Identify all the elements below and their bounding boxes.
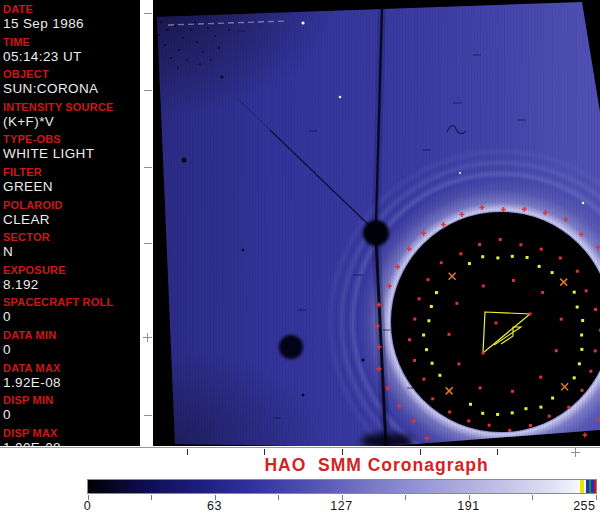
colorbar-label: 255 [560,499,596,512]
dust-spot [279,335,303,359]
fiducial-dot [538,265,541,268]
metadata-label: SPACECRAFT ROLL [3,296,140,308]
metadata-entry: DISP MIN 0 [0,394,140,427]
metadata-label: OBJECT [3,68,140,80]
metadata-label: EXPOSURE [3,264,140,276]
fiducial-plus-dot [522,207,527,212]
fiducial-dot [422,378,425,381]
noise-speck [194,21,196,23]
metadata-value: CLEAR [3,211,140,228]
noise-speck [202,51,204,53]
fiducial-dot [581,319,584,322]
fiducial-plus-dot [424,436,429,441]
image-title: HAO SMM Coronagraph [153,455,600,476]
fiducial-dot [427,278,430,281]
overlay-red [594,480,597,493]
fiducial-dot [594,308,597,311]
metadata-label: DATA MAX [3,362,140,374]
fiducial-dot [496,413,499,416]
bright-speck [459,172,461,174]
colorbar-tick [596,495,597,500]
bottom-dark-smudge [361,433,413,446]
fiducial-dot [425,348,428,351]
fiducial-dot [539,376,542,379]
fiducial-dot [580,348,583,351]
metadata-value: N [3,243,140,260]
metadata-value: 15 Sep 1986 [3,15,140,32]
fiducial-dot [479,386,482,389]
fiducial-dot [519,243,522,246]
colorbar-label: 127 [322,499,362,512]
noise-speck [210,59,212,61]
fiducial-plus-dot [395,264,400,269]
fiducial-dot [499,238,502,241]
fiducial-dot [576,270,579,273]
fiducial-dot [481,412,484,415]
image-overlay-graphics [153,0,600,446]
edge-streak-artifact [168,21,288,25]
bright-speck [301,21,304,24]
metadata-value: 1.00E-08 [3,439,140,446]
metadata-entry: EXPOSURE 8.192 [0,264,140,297]
metadata-value: 0 [3,308,140,325]
fiducial-dot [511,390,514,393]
fiducial-dot [438,374,441,377]
fiducial-dot [427,319,430,322]
fiducial-dot [551,271,554,274]
noise-speck [178,49,180,51]
polygon-vertex-dot [482,352,485,355]
noise-speck [186,59,188,61]
fiducial-dot [431,397,434,400]
squiggle-artifact [447,125,466,133]
metadata-entry: SPACECRAFT ROLL 0 [0,296,140,329]
left-axis-tick [144,415,152,416]
metadata-entry: FILTER GREEN [0,166,140,199]
metadata-entry: DATA MIN 0 [0,329,140,362]
metadata-value: 0 [3,341,140,358]
occulter-pivot-blob [363,220,389,246]
fiducial-dot [555,349,558,352]
fiducial-dot [488,424,491,427]
frame-bottom-border [0,447,600,448]
metadata-entry: DATE 15 Sep 1986 [0,3,140,36]
noise-speck [160,21,162,23]
noise-speck [190,29,192,31]
fiducial-dot [540,248,543,251]
support-wire-shadow-faint [237,98,270,130]
fiducial-plus-dot [579,232,584,237]
fiducial-plus-dot [441,222,446,227]
fiducial-dot [560,318,563,321]
dust-spot [182,158,187,163]
left-axis-tick [144,243,152,244]
fiducial-plus-dot [397,403,402,408]
noise-speck [182,37,184,39]
fiducial-dot [413,359,416,362]
metadata-entry: DATA MAX 1.92E-08 [0,362,140,395]
noise-speck [174,25,176,27]
colorbar-label: 0 [68,499,108,512]
metadata-value: 05:14:23 UT [3,48,140,65]
metadata-value: WHITE LIGHT [3,145,140,162]
colorbar-tick [532,495,533,500]
fiducial-dot [469,403,472,406]
fiducial-dot [511,411,514,414]
fiducial-dot [455,302,458,305]
polygon-vertex-dot [529,313,532,316]
bright-speck [582,202,585,205]
fiducial-plus-dot [563,217,568,222]
metadata-entry: OBJECT SUN:CORONA [0,68,140,101]
fiducial-dot [508,429,511,432]
metadata-label: SECTOR [3,231,140,243]
fiducial-dot [580,334,583,337]
metadata-entry: TYPE-OBS WHITE LIGHT [0,133,140,166]
noise-speck [214,35,216,37]
metadata-label: DATA MIN [3,329,140,341]
fiducial-dot [541,291,544,294]
support-wire-shadow [270,130,374,230]
fiducial-dot [481,255,484,258]
fiducial-dot [413,318,416,321]
metadata-label: POLAROID [3,199,140,211]
fiducial-dot [524,407,527,410]
noise-speck [199,63,201,65]
fiducial-dot [585,289,588,292]
